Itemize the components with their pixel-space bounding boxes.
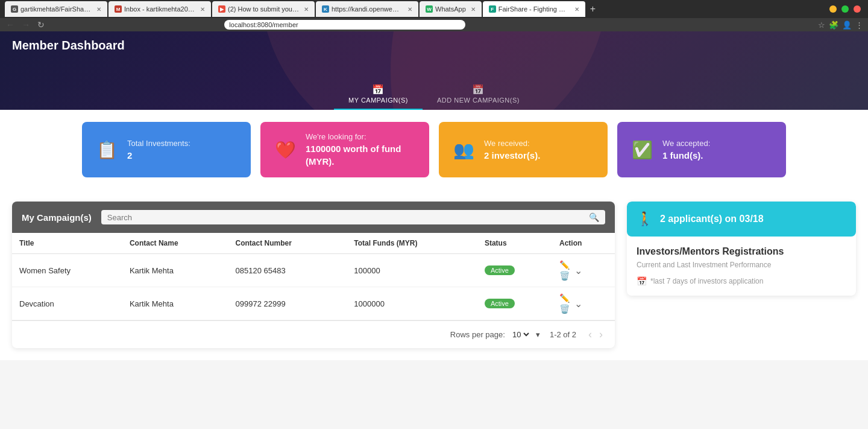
- expand-button-1[interactable]: ⌄: [574, 298, 582, 310]
- cell-contact-number-0: 085120 65483: [228, 254, 347, 287]
- cell-status-0: Active: [477, 254, 552, 287]
- applicants-text: 2 applicant(s) on 03/18: [660, 214, 764, 224]
- page-header: Member Dashboard 📅MY CAMPAIGN(S)📅ADD NEW…: [0, 31, 868, 110]
- forward-button[interactable]: →: [20, 20, 31, 30]
- campaign-table-title: My Campaign(s): [22, 212, 92, 223]
- browser-tab-4[interactable]: WWhatsApp✕: [420, 1, 482, 17]
- status-badge-0: Active: [485, 265, 515, 275]
- search-input[interactable]: [107, 213, 584, 222]
- tab-close-3[interactable]: ✕: [407, 6, 412, 13]
- pagination: ‹ ›: [586, 327, 605, 342]
- col-total-funds: Total Funds (MYR): [347, 233, 477, 254]
- extensions-icon[interactable]: 🧩: [829, 21, 838, 30]
- reload-button[interactable]: ↻: [36, 20, 46, 30]
- browser-tab-1[interactable]: MInbox - kartikmehta202@gmail.c...✕: [108, 1, 211, 17]
- stat-value-received: 2 investor(s).: [484, 149, 540, 162]
- back-button[interactable]: ←: [5, 20, 16, 30]
- rows-per-page-select[interactable]: 10 25 50: [510, 329, 531, 340]
- col-contact-name: Contact Name: [122, 233, 228, 254]
- investors-note: 📅 *last 7 days of investors application: [637, 276, 846, 286]
- cell-contact-name-0: Kartik Mehta: [122, 254, 228, 287]
- table-footer: Rows per page: 10 25 50 ▾ 1-2 of 2 ‹ ›: [12, 320, 615, 348]
- table-row: DevcationKartik Mehta099972 229991000000…: [12, 287, 615, 320]
- tab-close-0[interactable]: ✕: [96, 6, 101, 13]
- maximize-button[interactable]: [841, 5, 849, 13]
- nav-tabs: 📅MY CAMPAIGN(S)📅ADD NEW CAMPAIGN(S): [334, 79, 534, 110]
- expand-button-0[interactable]: ⌄: [574, 265, 582, 276]
- delete-button-1[interactable]: 🗑️: [559, 304, 570, 314]
- tab-label-4: WhatsApp: [435, 5, 466, 13]
- stat-label-looking-for: We're looking for:: [306, 132, 415, 142]
- campaign-header: My Campaign(s) 🔍: [12, 202, 615, 233]
- tab-favicon-5: F: [489, 5, 496, 13]
- window-controls: [829, 5, 863, 13]
- cell-title-1: Devcation: [12, 287, 122, 320]
- nav-tab-my-campaigns[interactable]: 📅MY CAMPAIGN(S): [334, 79, 423, 110]
- right-panel: 🚶 2 applicant(s) on 03/18 Investors/Ment…: [627, 202, 856, 348]
- applicants-header: 🚶 2 applicant(s) on 03/18: [637, 211, 846, 227]
- browser-tab-0[interactable]: Ggartikmehta8/FairShare: Our pl...✕: [5, 1, 107, 17]
- col-contact-number: Contact Number: [228, 233, 347, 254]
- nav-tab-label-my-campaigns: MY CAMPAIGN(S): [348, 97, 408, 104]
- profile-icon[interactable]: 👤: [842, 21, 852, 30]
- next-page-button[interactable]: ›: [597, 327, 605, 342]
- search-icon: 🔍: [589, 212, 599, 222]
- col-title: Title: [12, 233, 122, 254]
- edit-button-0[interactable]: ✏️: [559, 260, 570, 270]
- dropdown-icon: ▾: [536, 330, 540, 339]
- investors-combined-card: 🚶 2 applicant(s) on 03/18 Investors/Ment…: [627, 202, 856, 296]
- search-box[interactable]: 🔍: [101, 210, 605, 224]
- stat-label-received: We received:: [484, 138, 540, 149]
- nav-tab-icon-my-campaigns: 📅: [372, 84, 385, 95]
- table-row: Women SafetyKartik Mehta085120 654831000…: [12, 254, 615, 287]
- cell-action-0: ✏️🗑️⌄: [552, 254, 615, 287]
- tab-close-1[interactable]: ✕: [200, 6, 205, 13]
- tab-close-4[interactable]: ✕: [471, 6, 476, 13]
- browser-tab-2[interactable]: ▶(2) How to submit your project...✕: [212, 1, 315, 17]
- col-action: Action: [552, 233, 615, 254]
- bookmark-icon[interactable]: ☆: [818, 21, 825, 30]
- tab-favicon-1: M: [115, 5, 122, 13]
- page-title: Member Dashboard: [12, 39, 856, 52]
- browser-chrome: Ggartikmehta8/FairShare: Our pl...✕MInbo…: [0, 0, 868, 31]
- stat-icon-received: 👥: [453, 140, 474, 160]
- stat-card-accepted: ✅We accepted:1 fund(s).: [617, 122, 786, 177]
- browser-tab-3[interactable]: Khttps://kandi.openweaver.com/...✕: [316, 1, 418, 17]
- edit-button-1[interactable]: ✏️: [559, 293, 570, 303]
- tab-close-5[interactable]: ✕: [574, 6, 579, 13]
- investors-subtitle: Current and Last Investment Performance: [637, 261, 846, 269]
- rows-per-page-label: Rows per page:: [450, 330, 505, 339]
- stat-icon-looking-for: ❤️: [275, 140, 296, 160]
- investors-note-text: *last 7 days of investors application: [650, 277, 763, 285]
- address-input[interactable]: localhost:8080/member: [224, 20, 465, 30]
- address-text: localhost:8080/member: [229, 21, 298, 28]
- stats-section: 📋Total Investments:2❤️We're looking for:…: [0, 110, 868, 189]
- minimize-button[interactable]: [829, 5, 837, 13]
- applicants-count: 2: [660, 214, 665, 224]
- applicants-date: 03/18: [740, 214, 764, 224]
- menu-icon[interactable]: ⋮: [855, 21, 863, 30]
- close-button[interactable]: [854, 5, 861, 13]
- delete-button-0[interactable]: 🗑️: [559, 271, 570, 281]
- stat-card-looking-for: ❤️We're looking for:1100000 worth of fun…: [260, 122, 429, 177]
- nav-tab-add-campaign[interactable]: 📅ADD NEW CAMPAIGN(S): [423, 79, 534, 110]
- tab-favicon-3: K: [322, 5, 329, 13]
- investors-body: Investors/Mentors Registrations Current …: [627, 237, 856, 296]
- prev-page-button[interactable]: ‹: [586, 327, 594, 342]
- tab-close-2[interactable]: ✕: [304, 6, 309, 13]
- browser-tab-5[interactable]: FFairShare - Fighting Bias In F...✕: [483, 1, 585, 17]
- stat-icon-accepted: ✅: [632, 140, 653, 160]
- applicants-icon: 🚶: [637, 211, 653, 227]
- tab-label-3: https://kandi.openweaver.com/...: [332, 5, 403, 13]
- new-tab-button[interactable]: +: [587, 4, 599, 14]
- cell-action-1: ✏️🗑️⌄: [552, 287, 615, 320]
- nav-tab-icon-add-campaign: 📅: [472, 84, 485, 95]
- stat-value-investments: 2: [127, 149, 190, 162]
- col-status: Status: [477, 233, 552, 254]
- campaign-section: My Campaign(s) 🔍 Title Contact Name Cont…: [12, 202, 615, 348]
- campaign-table-body: Women SafetyKartik Mehta085120 654831000…: [12, 254, 615, 320]
- cell-total-funds-0: 100000: [347, 254, 477, 287]
- cell-status-1: Active: [477, 287, 552, 320]
- pagination-info: 1-2 of 2: [550, 330, 576, 339]
- stat-value-accepted: 1 fund(s).: [662, 149, 710, 162]
